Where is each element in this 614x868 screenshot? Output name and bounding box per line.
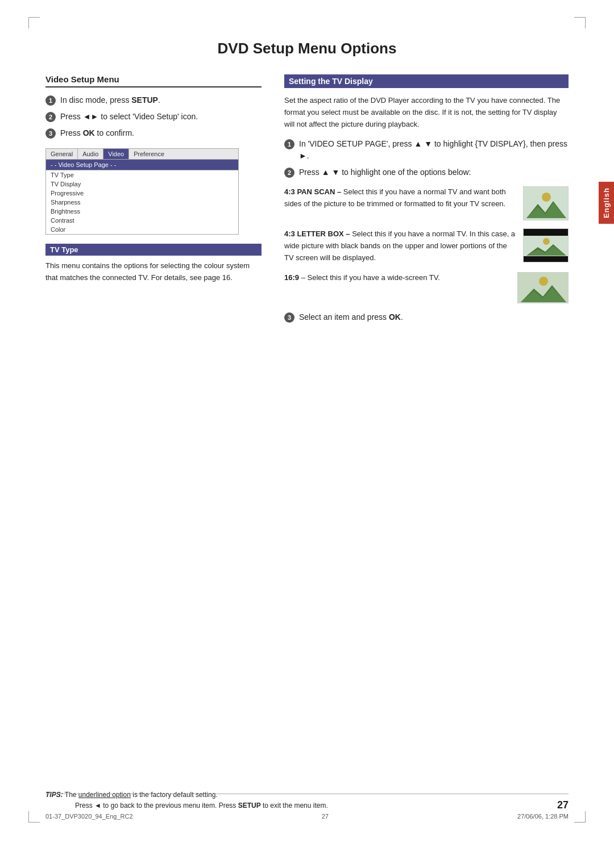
- table-row-tvdisplay: TV Display: [46, 180, 238, 189]
- step-1: 1 In disc mode, press SETUP.: [45, 94, 262, 106]
- right-step-2: 2 Press ▲ ▼ to highlight one of the opti…: [284, 166, 569, 178]
- step-2-text: Press ◄► to select 'Video Setup' icon.: [60, 111, 198, 123]
- table-row-brightness: Brightness: [46, 207, 238, 216]
- right-step-1-text: In 'VIDEO SETUP PAGE', press ▲ ▼ to high…: [299, 138, 569, 162]
- right-step-3-number: 3: [284, 312, 294, 323]
- pan-scan-text: 4:3 PAN SCAN – Select this if you have a…: [284, 186, 516, 210]
- 16-9-title: 16:9: [284, 273, 299, 282]
- table-row-color: Color: [46, 225, 238, 234]
- video-setup-heading: Video Setup Menu: [45, 74, 262, 87]
- tips-line1: The underlined option is the factory def…: [65, 791, 218, 799]
- page-title: DVD Setup Menu Options: [45, 40, 569, 57]
- svg-point-1: [542, 193, 551, 202]
- letter-box-title: 4:3 LETTER BOX –: [284, 229, 350, 238]
- right-step-2-number: 2: [284, 168, 294, 178]
- step-1-number: 1: [45, 95, 56, 106]
- step-3-text: Press OK to confirm.: [60, 127, 134, 139]
- step-2-number: 2: [45, 112, 56, 122]
- right-step-1: 1 In 'VIDEO SETUP PAGE', press ▲ ▼ to hi…: [284, 138, 569, 162]
- right-step-2-text: Press ▲ ▼ to highlight one of the option…: [299, 166, 471, 178]
- tips-label: TIPS:: [45, 791, 63, 799]
- table-header-general: General: [46, 149, 78, 159]
- tv-type-description: This menu contains the options for selec…: [45, 260, 262, 284]
- table-header-row: General Audio Video Preference: [46, 149, 238, 160]
- letter-box-text: 4:3 LETTER BOX – Select this if you have…: [284, 228, 516, 264]
- setting-description: Set the aspect ratio of the DVD Player a…: [284, 95, 569, 130]
- right-column: Setting the TV Display Set the aspect ra…: [284, 74, 569, 328]
- right-step-3-text: Select an item and press OK.: [299, 311, 403, 323]
- setup-menu-table: General Audio Video Preference - - Video…: [45, 148, 239, 235]
- table-row-contrast: Contrast: [46, 216, 238, 225]
- step-3: 3 Press OK to confirm.: [45, 127, 262, 139]
- table-header-video: Video: [103, 149, 129, 159]
- option-16-9: 16:9 – Select this if you have a wide-sc…: [284, 272, 569, 303]
- footer-divider: [45, 794, 569, 794]
- footer-left: 01-37_DVP3020_94_Eng_RC2: [45, 813, 133, 820]
- footer-info: 01-37_DVP3020_94_Eng_RC2 27 27/06/06, 1:…: [45, 813, 569, 820]
- step-1-text: In disc mode, press SETUP.: [60, 94, 160, 106]
- table-row-tvtype: TV Type: [46, 170, 238, 180]
- step-2: 2 Press ◄► to select 'Video Setup' icon.: [45, 111, 262, 123]
- option-pan-scan: 4:3 PAN SCAN – Select this if you have a…: [284, 186, 569, 220]
- footer-center: 27: [322, 813, 329, 820]
- step-3-number: 3: [45, 128, 56, 139]
- table-row-progressive: Progressive: [46, 189, 238, 198]
- svg-point-10: [539, 277, 548, 286]
- tips-line2: Press ◄ to go back to the previous menu …: [45, 802, 328, 809]
- table-header-preference: Preference: [129, 149, 169, 159]
- setting-tv-heading: Setting the TV Display: [284, 74, 569, 88]
- option-letter-box: 4:3 LETTER BOX – Select this if you have…: [284, 228, 569, 264]
- page-number: 27: [557, 799, 569, 811]
- 16-9-description: – Select this if you have a wide-screen …: [301, 273, 440, 282]
- pan-scan-image: [523, 186, 569, 220]
- tv-type-heading: TV Type: [45, 244, 262, 256]
- table-subrow: - - Video Setup Page - -: [46, 160, 238, 170]
- main-content: Video Setup Menu 1 In disc mode, press S…: [45, 74, 569, 328]
- right-step-1-number: 1: [284, 139, 294, 149]
- table-row-sharpness: Sharpness: [46, 198, 238, 207]
- right-step-3: 3 Select an item and press OK.: [284, 311, 569, 323]
- table-header-audio: Audio: [78, 149, 103, 159]
- letter-box-image: [523, 228, 569, 262]
- tips-section: TIPS: The underlined option is the facto…: [45, 790, 557, 811]
- pan-scan-title: 4:3 PAN SCAN –: [284, 187, 341, 196]
- 16-9-text: 16:9 – Select this if you have a wide-sc…: [284, 272, 511, 284]
- footer-right: 27/06/06, 1:28 PM: [517, 813, 569, 820]
- left-column: Video Setup Menu 1 In disc mode, press S…: [45, 74, 262, 328]
- svg-point-6: [543, 238, 550, 245]
- 16-9-image: [517, 272, 569, 303]
